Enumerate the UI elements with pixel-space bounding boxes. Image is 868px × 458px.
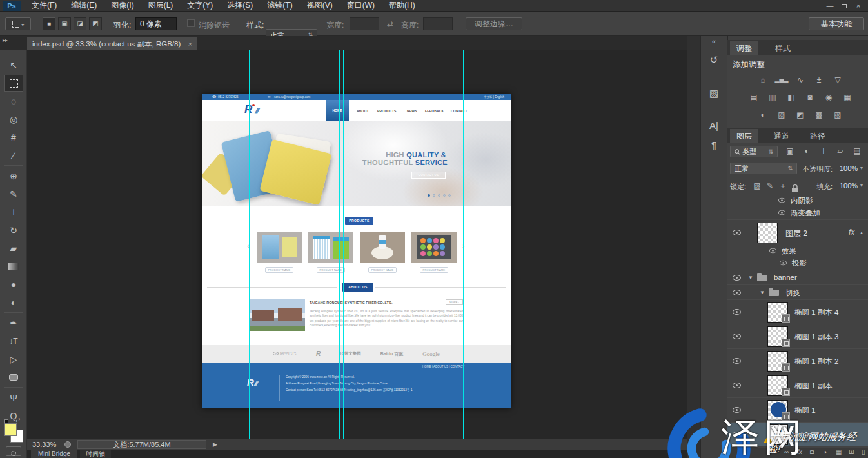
black-white-icon[interactable]: ◧ xyxy=(784,92,798,103)
fx-collapse-arrow[interactable]: ▴ xyxy=(860,230,863,235)
layer-row[interactable]: 椭圆 1 副本 xyxy=(727,373,868,397)
guide-horizontal-2[interactable] xyxy=(27,121,687,121)
effects-header[interactable]: 效果 xyxy=(782,246,796,256)
swap-colors-icon[interactable]: ⇄ xyxy=(15,417,21,423)
menu-select[interactable]: 选择(S) xyxy=(227,0,253,11)
tab-paths[interactable]: 路径 xyxy=(804,129,832,143)
swap-dimensions-icon[interactable]: ⇄ xyxy=(387,19,393,28)
blur-tool[interactable]: ● xyxy=(4,276,23,293)
layer-row-selected[interactable]: T contact us 副本 xyxy=(727,422,868,446)
layer-group-row[interactable]: ▼ 切换 xyxy=(727,284,868,299)
brightness-contrast-icon[interactable]: ☼ xyxy=(756,75,770,85)
effect-item[interactable]: 内阴影 xyxy=(791,196,813,206)
visibility-toggle[interactable] xyxy=(733,358,741,364)
layer-thumbnail[interactable] xyxy=(757,223,778,243)
tab-layers[interactable]: 图层 xyxy=(730,129,758,143)
selection-mode-subtract[interactable]: ◪ xyxy=(74,17,86,30)
antialias-checkbox[interactable] xyxy=(187,19,195,27)
vibrance-icon[interactable]: ▽ xyxy=(831,75,845,85)
layer-name[interactable]: 椭圆 1 副本 3 xyxy=(794,332,838,342)
lasso-tool[interactable]: ◌ xyxy=(4,93,23,110)
toolbar-expand-icon[interactable]: ▸▸ xyxy=(3,37,8,43)
history-panel-icon[interactable]: ↺ xyxy=(704,54,724,66)
close-button[interactable]: × xyxy=(851,2,865,10)
guide-vertical-5[interactable] xyxy=(508,50,508,439)
group-expand-arrow[interactable]: ▼ xyxy=(760,290,765,295)
threshold-icon[interactable]: ◩ xyxy=(793,110,807,120)
visibility-toggle[interactable] xyxy=(733,275,741,281)
guide-vertical-6[interactable] xyxy=(513,50,513,439)
guide-horizontal-1[interactable] xyxy=(27,99,687,99)
filter-pixel-layers-icon[interactable]: ▣ xyxy=(783,146,797,156)
refine-edge-button[interactable]: 调整边缘… xyxy=(466,17,522,30)
layer-name[interactable]: 椭圆 1 副本 xyxy=(794,381,833,391)
lock-all-icon[interactable] xyxy=(792,183,798,194)
menu-edit[interactable]: 编辑(E) xyxy=(71,0,97,11)
menu-image[interactable]: 图像(I) xyxy=(111,0,133,11)
selection-mode-intersect[interactable]: ◩ xyxy=(89,17,102,30)
width-input[interactable] xyxy=(350,17,379,30)
doc-info-box[interactable]: 文档:5.77M/85.4M xyxy=(77,440,206,449)
eraser-tool[interactable]: ▰ xyxy=(4,240,23,257)
tab-styles[interactable]: 样式 xyxy=(769,41,797,55)
clone-stamp-tool[interactable]: ⊥ xyxy=(4,204,23,221)
tab-mini-bridge[interactable]: Mini Bridge xyxy=(31,450,77,458)
new-group-icon[interactable]: ▦ xyxy=(836,448,842,455)
zoom-level[interactable]: 33.33% xyxy=(32,441,56,448)
tab-close-icon[interactable]: × xyxy=(188,40,192,48)
exposure-icon[interactable]: ± xyxy=(812,75,826,85)
levels-icon[interactable]: ▂▅▃ xyxy=(774,75,789,85)
visibility-toggle[interactable] xyxy=(733,383,741,388)
move-tool[interactable]: ↖ xyxy=(4,57,23,74)
visibility-toggle[interactable] xyxy=(733,432,741,437)
gradient-tool[interactable] xyxy=(4,258,23,275)
adjustment-layer-icon[interactable]: ◑ xyxy=(823,448,827,455)
layer-filter-dropdown[interactable]: 类型 ⇅ xyxy=(730,146,778,157)
lock-position-icon[interactable]: ＋ xyxy=(778,181,788,191)
filter-shape-layers-icon[interactable]: ▱ xyxy=(833,146,847,156)
menu-layer[interactable]: 图层(L) xyxy=(148,0,173,11)
restore-button[interactable] xyxy=(837,2,851,10)
guide-vertical-4[interactable] xyxy=(463,50,464,439)
rectangular-marquee-tool[interactable] xyxy=(4,75,23,92)
fill-value[interactable]: 100% xyxy=(840,182,858,190)
group-name[interactable]: 切换 xyxy=(785,288,800,298)
effect-item[interactable]: 渐变叠加 xyxy=(791,208,820,218)
filter-type-layers-icon[interactable]: T xyxy=(816,146,831,156)
color-balance-icon[interactable]: ▥ xyxy=(765,92,780,103)
menu-help[interactable]: 帮助(H) xyxy=(389,0,415,11)
brush-tool[interactable]: ✎ xyxy=(4,186,23,203)
type-tool[interactable]: ↓T xyxy=(4,333,23,350)
delete-layer-icon[interactable]: ▯ xyxy=(862,448,865,455)
fx-badge[interactable]: fx xyxy=(849,228,854,237)
visibility-toggle[interactable] xyxy=(733,230,741,235)
tab-channels[interactable]: 通道 xyxy=(767,129,796,143)
menu-view[interactable]: 视图(V) xyxy=(307,0,333,11)
layer-name[interactable]: 图层 2 xyxy=(785,228,807,239)
character-panel-icon[interactable]: A| xyxy=(704,120,724,131)
tool-preset-box[interactable]: ▾ xyxy=(5,17,31,30)
visibility-toggle[interactable] xyxy=(733,290,741,295)
properties-panel-icon[interactable]: ▧ xyxy=(704,88,724,99)
status-arrow-icon[interactable]: ▶ xyxy=(213,441,217,448)
gradient-map-icon[interactable]: ▩ xyxy=(812,110,826,120)
workspace-button[interactable]: 基本功能 xyxy=(809,17,864,30)
layer-style-icon[interactable]: fx xyxy=(797,448,802,455)
hue-saturation-icon[interactable]: ▤ xyxy=(747,92,761,103)
quick-mask-button[interactable] xyxy=(6,446,21,456)
feather-input[interactable]: 0 像素 xyxy=(135,17,177,30)
shape-tool[interactable] xyxy=(4,369,23,386)
path-selection-tool[interactable]: ▷ xyxy=(4,351,23,368)
selection-mode-add[interactable]: ▣ xyxy=(58,17,71,30)
layer-name[interactable]: 椭圆 1 副本 4 xyxy=(794,308,838,317)
canvas-area[interactable]: ☎ 0512-82707626 ✉ sara.xu@rongweigroup.c… xyxy=(27,50,687,439)
psd-document[interactable]: ☎ 0512-82707626 ✉ sara.xu@rongweigroup.c… xyxy=(202,94,511,408)
hand-tool[interactable]: Ψ xyxy=(4,390,23,406)
layer-row[interactable]: 椭圆 1 xyxy=(727,397,868,422)
color-lookup-icon[interactable]: ▦ xyxy=(840,92,854,103)
visibility-toggle[interactable] xyxy=(733,407,741,413)
menu-window[interactable]: 窗口(W) xyxy=(347,0,375,11)
guide-vertical-2[interactable] xyxy=(339,50,340,439)
collapse-panels-icon[interactable]: « xyxy=(704,37,724,45)
minimize-button[interactable]: — xyxy=(823,2,837,10)
